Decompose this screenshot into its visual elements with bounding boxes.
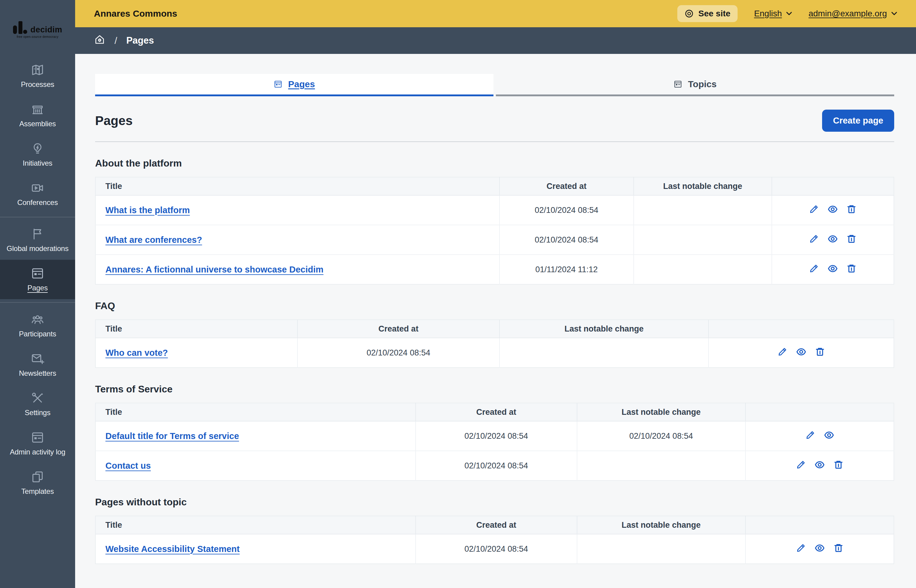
account-dropdown[interactable]: admin@example.org (808, 9, 897, 18)
home-link[interactable] (94, 34, 105, 48)
edit-button[interactable] (796, 460, 806, 472)
eye-icon (796, 347, 806, 359)
page-title-link[interactable]: Who can vote? (105, 348, 168, 358)
sidebar-item-initiatives[interactable]: Initiatives (0, 135, 75, 174)
sidebar-item-newsletters[interactable]: Newsletters (0, 345, 75, 384)
sidebar-item-participants[interactable]: Participants (0, 306, 75, 345)
edit-button[interactable] (796, 543, 806, 555)
map-icon (31, 63, 45, 77)
column-header: Last notable change (500, 320, 709, 338)
sidebar-item-admin-activity-log[interactable]: Admin activity log (0, 424, 75, 463)
sidebar-item-label: Admin activity log (10, 447, 65, 457)
preview-button[interactable] (827, 263, 838, 276)
created-at-cell: 02/10/2024 08:54 (298, 338, 500, 368)
tab-pages[interactable]: Pages (95, 74, 494, 96)
title-cell: What are conferences? (95, 225, 500, 255)
sidebar-item-label: Participants (19, 330, 56, 339)
page-title-link[interactable]: What is the platform (105, 205, 190, 215)
page-title-link[interactable]: Contact us (105, 461, 151, 470)
preview-button[interactable] (827, 234, 838, 246)
delete-button[interactable] (833, 460, 843, 472)
actions-cell (772, 255, 894, 284)
table-row: Default title for Terms of service02/10/… (95, 421, 894, 451)
page-title-link[interactable]: What are conferences? (105, 235, 202, 245)
delete-button[interactable] (846, 204, 857, 216)
delete-button[interactable] (846, 234, 857, 246)
created-at-cell: 02/10/2024 08:54 (416, 451, 577, 480)
sidebar-item-pages[interactable]: Pages (0, 260, 75, 299)
sidebar-group: ProcessesAssembliesInitiativesConference… (0, 53, 75, 217)
row-actions (782, 263, 884, 276)
last-change-cell (634, 225, 772, 255)
page-title-link[interactable]: Website Accessibility Statement (105, 544, 240, 554)
created-at-cell: 02/10/2024 08:54 (416, 534, 577, 564)
article-icon (673, 80, 683, 89)
column-header (709, 320, 894, 338)
preview-button[interactable] (796, 347, 806, 359)
see-site-button[interactable]: See site (677, 5, 738, 22)
sidebar-item-global-moderations[interactable]: Global moderations (0, 220, 75, 260)
page-title-link[interactable]: Default title for Terms of service (105, 431, 239, 441)
trash-icon (833, 460, 843, 472)
page-title-link[interactable]: Annares: A fictionnal universe to showca… (105, 265, 324, 274)
delete-button[interactable] (846, 263, 857, 276)
decidim-logo[interactable]: decidim free open-source democracy (0, 0, 75, 53)
title-cell: Annares: A fictionnal universe to showca… (95, 255, 500, 284)
preview-button[interactable] (827, 204, 838, 216)
section-about-the-platform: About the platformTitleCreated atLast no… (95, 158, 894, 284)
section-pages-without-topic: Pages without topicTitleCreated atLast n… (95, 497, 894, 564)
edit-button[interactable] (805, 430, 816, 443)
sidebar-item-templates[interactable]: Templates (0, 463, 75, 502)
preview-button[interactable] (824, 430, 834, 443)
pages-table: TitleCreated atLast notable changeDefaul… (95, 403, 894, 481)
article-icon (274, 80, 283, 89)
preview-button[interactable] (814, 543, 825, 555)
chevron-down-icon (891, 11, 897, 16)
sidebar-item-label: Processes (21, 80, 54, 89)
sidebar-item-conferences[interactable]: Conferences (0, 174, 75, 214)
sidebar-nav: ProcessesAssembliesInitiativesConference… (0, 53, 75, 506)
article-icon (31, 431, 45, 444)
section-heading: FAQ (95, 300, 894, 312)
header-divider (95, 141, 894, 142)
delete-button[interactable] (815, 347, 825, 359)
table-header-row: TitleCreated atLast notable change (95, 403, 894, 421)
trash-icon (815, 347, 825, 359)
pages-table: TitleCreated atLast notable changeWho ca… (95, 320, 894, 368)
sidebar-item-label: Pages (27, 283, 47, 292)
trash-icon (833, 543, 843, 555)
pencil-icon (809, 204, 819, 216)
create-page-button[interactable]: Create page (822, 110, 894, 132)
edit-button[interactable] (777, 347, 788, 359)
last-change-cell: 02/10/2024 08:54 (577, 421, 746, 451)
trash-icon (846, 234, 857, 246)
row-actions (756, 430, 884, 443)
column-header: Title (95, 403, 416, 421)
page-title: Pages (95, 113, 133, 128)
sidebar-item-processes[interactable]: Processes (0, 56, 75, 96)
edit-button[interactable] (809, 263, 819, 276)
tab-topics[interactable]: Topics (496, 74, 894, 96)
preview-button[interactable] (814, 460, 825, 472)
pages-table: TitleCreated atLast notable changeWebsit… (95, 515, 894, 564)
edit-button[interactable] (809, 204, 819, 216)
title-cell: Website Accessibility Statement (95, 534, 416, 564)
actions-cell (746, 451, 894, 480)
section-heading: About the platform (95, 158, 894, 169)
delete-button[interactable] (833, 543, 843, 555)
actions-cell (709, 338, 894, 368)
content: PagesTopics Pages Create page About the … (75, 54, 916, 588)
last-change-cell (577, 451, 746, 480)
column-header: Title (95, 516, 416, 534)
edit-button[interactable] (809, 234, 819, 246)
table-row: Website Accessibility Statement02/10/202… (95, 534, 894, 564)
column-header: Last notable change (577, 403, 746, 421)
column-header: Created at (298, 320, 500, 338)
copy-icon (31, 470, 45, 484)
sidebar-item-label: Assemblies (19, 119, 56, 128)
sidebar-item-settings[interactable]: Settings (0, 384, 75, 424)
column-header: Created at (416, 403, 577, 421)
language-dropdown[interactable]: English (754, 9, 792, 18)
logo-tagline: free open-source democracy (17, 35, 58, 39)
sidebar-item-assemblies[interactable]: Assemblies (0, 96, 75, 135)
